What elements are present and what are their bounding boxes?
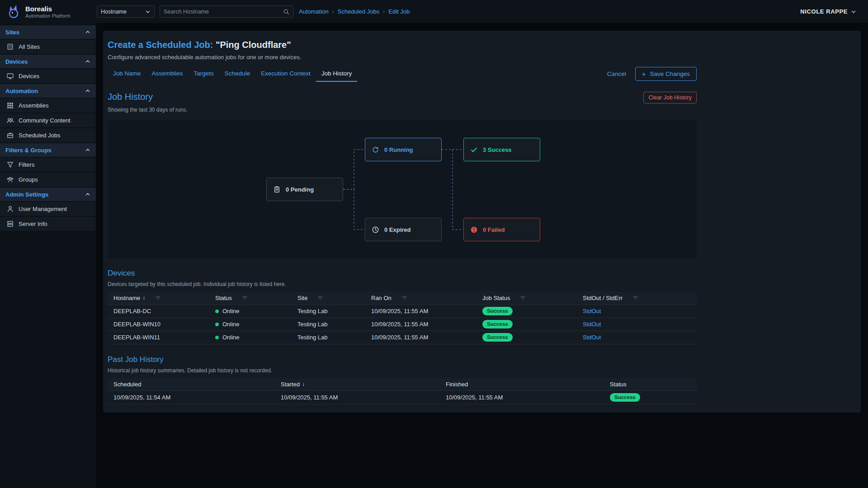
- cell-job-status: Success: [476, 331, 577, 344]
- user-icon: [6, 205, 14, 213]
- status-text: Online: [222, 308, 240, 314]
- sort-desc-icon: ↓: [302, 381, 305, 387]
- sidebar-item-groups[interactable]: Groups: [0, 173, 96, 187]
- cell-stdout: StdOut: [577, 305, 697, 318]
- breadcrumb: Automation › Scheduled Jobs › Edit Job: [299, 8, 410, 15]
- hostname-select[interactable]: Hostname: [97, 5, 155, 18]
- status-node-expired[interactable]: 0 Expired: [365, 218, 442, 241]
- column-filter-icon[interactable]: [317, 295, 323, 301]
- user-name: NICOLE RAPPE: [800, 8, 848, 15]
- save-changes-button[interactable]: + Save Changes: [635, 67, 697, 81]
- tab-targets[interactable]: Targets: [189, 66, 219, 82]
- col-hostname[interactable]: Hostname↑: [108, 292, 209, 305]
- cell-hostname: DEEPLAB-DC: [108, 305, 209, 318]
- job-status-flow: 0 Pending 0 Running 3 Success 0: [108, 120, 697, 258]
- status-node-label: 0 Expired: [384, 226, 411, 233]
- cell-status: Online: [209, 318, 292, 331]
- column-filter-icon[interactable]: [155, 295, 161, 301]
- col-scheduled[interactable]: Scheduled: [108, 378, 275, 391]
- col-ran-on[interactable]: Ran On: [365, 292, 476, 305]
- col-job-status[interactable]: Job Status: [476, 292, 577, 305]
- tab-job-history[interactable]: Job History: [316, 66, 358, 82]
- tab-job-name[interactable]: Job Name: [108, 66, 146, 82]
- column-filter-icon[interactable]: [632, 295, 638, 301]
- sidebar-item-filters[interactable]: Filters: [0, 158, 96, 172]
- chevron-up-icon: [85, 147, 90, 153]
- sidebar-section-filters-groups[interactable]: Filters & Groups: [0, 143, 96, 157]
- column-filter-icon[interactable]: [520, 295, 526, 301]
- tab-execution-context[interactable]: Execution Context: [255, 66, 316, 82]
- sidebar-section-label: Sites: [5, 29, 19, 36]
- sidebar-item-user-management[interactable]: User Management: [0, 202, 96, 216]
- cell-job-status: Success: [476, 305, 577, 318]
- tab-assemblies[interactable]: Assemblies: [146, 66, 189, 82]
- cell-hostname: DEEPLAB-WIN10: [108, 318, 209, 331]
- page-title-job-name: "Ping Cloudflare": [216, 40, 291, 50]
- main-column: Hostname Automation › Scheduled Jobs › E…: [96, 0, 868, 488]
- status-node-pending[interactable]: 0 Pending: [266, 178, 343, 201]
- col-site[interactable]: Site: [292, 292, 365, 305]
- col-label: Started: [281, 381, 300, 388]
- col-finished[interactable]: Finished: [440, 378, 604, 391]
- status-node-label: 0 Pending: [286, 186, 314, 193]
- status-node-success[interactable]: 3 Success: [463, 138, 540, 161]
- topbar: Hostname Automation › Scheduled Jobs › E…: [96, 0, 868, 23]
- sidebar-item-label: Assemblies: [19, 102, 48, 109]
- sidebar-item-scheduled-jobs[interactable]: Scheduled Jobs: [0, 128, 96, 142]
- sidebar-section-sites[interactable]: Sites: [0, 25, 96, 39]
- breadcrumb-scheduled-jobs[interactable]: Scheduled Jobs: [338, 8, 380, 15]
- stdout-link[interactable]: StdOut: [583, 334, 601, 341]
- sidebar-section-admin-settings[interactable]: Admin Settings: [0, 188, 96, 201]
- sidebar-section-automation[interactable]: Automation: [0, 84, 96, 98]
- tabs: Job Name Assemblies Targets Schedule Exe…: [108, 66, 357, 82]
- user-menu[interactable]: NICOLE RAPPE: [800, 8, 856, 15]
- breadcrumb-edit-job[interactable]: Edit Job: [388, 8, 410, 15]
- col-label: StdOut / StdErr: [583, 295, 623, 301]
- column-filter-icon[interactable]: [242, 295, 248, 301]
- breadcrumb-separator: ›: [383, 9, 385, 15]
- page-title: Create a Scheduled Job: "Ping Cloudflare…: [108, 40, 697, 50]
- sidebar-item-label: Devices: [19, 73, 39, 80]
- cell-job-status: Success: [476, 318, 577, 331]
- cell-site: Testing Lab: [292, 318, 365, 331]
- sidebar-item-assemblies[interactable]: Assemblies: [0, 99, 96, 113]
- brand: Borealis Automation Platform: [0, 0, 96, 23]
- status-node-failed[interactable]: 0 Failed: [463, 218, 540, 241]
- sidebar-item-server-info[interactable]: Server Info: [0, 217, 96, 231]
- groups-icon: [6, 176, 14, 183]
- sidebar-item-community-content[interactable]: Community Content: [0, 113, 96, 127]
- col-started[interactable]: Started↓: [275, 378, 440, 391]
- stdout-link[interactable]: StdOut: [583, 321, 601, 328]
- table-row: DEEPLAB-WIN11 Online Testing Lab 10/09/2…: [108, 331, 697, 344]
- stdout-link[interactable]: StdOut: [583, 308, 601, 314]
- table-row: 10/09/2025, 11:54 AM 10/09/2025, 11:55 A…: [108, 391, 697, 404]
- clipboard-icon: [273, 186, 281, 193]
- sidebar-item-devices[interactable]: Devices: [0, 69, 96, 83]
- tab-schedule[interactable]: Schedule: [219, 66, 255, 82]
- cell-ran-on: 10/09/2025, 11:55 AM: [365, 305, 476, 318]
- edit-job-panel: Create a Scheduled Job: "Ping Cloudflare…: [103, 31, 861, 413]
- tabs-row: Job Name Assemblies Targets Schedule Exe…: [108, 66, 697, 82]
- column-filter-icon[interactable]: [401, 295, 407, 301]
- sidebar-nav: Sites All Sites Devices Devices Automati…: [0, 25, 96, 231]
- cancel-button[interactable]: Cancel: [607, 70, 626, 77]
- sidebar-item-all-sites[interactable]: All Sites: [0, 40, 96, 54]
- col-status[interactable]: Status: [209, 292, 292, 305]
- status-node-running[interactable]: 0 Running: [365, 138, 442, 161]
- search-input[interactable]: [164, 9, 283, 15]
- server-icon: [6, 220, 14, 228]
- job-history-subtitle: Showing the last 30 days of runs.: [108, 107, 697, 113]
- sidebar-item-label: User Management: [19, 206, 67, 212]
- status-badge: Success: [482, 320, 513, 328]
- breadcrumb-automation[interactable]: Automation: [299, 8, 329, 15]
- clear-job-history-button[interactable]: Clear Job History: [643, 92, 697, 103]
- cell-stdout: StdOut: [577, 331, 697, 344]
- brand-name: Borealis: [25, 5, 71, 13]
- sidebar-section-devices[interactable]: Devices: [0, 55, 96, 68]
- sidebar-item-label: Community Content: [19, 117, 71, 124]
- cell-ran-on: 10/09/2025, 11:55 AM: [365, 331, 476, 344]
- borealis-logo-icon: [5, 3, 22, 20]
- cell-status: Online: [209, 305, 292, 318]
- col-stdout[interactable]: StdOut / StdErr: [577, 292, 697, 305]
- col-status[interactable]: Status: [604, 378, 697, 391]
